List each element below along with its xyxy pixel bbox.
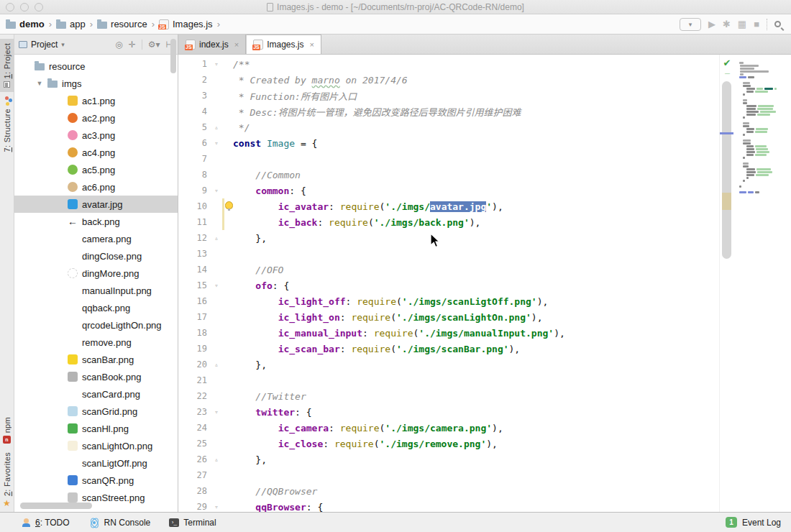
line-number: 12: [178, 233, 211, 243]
tree-item-ac2-png[interactable]: ac2.png: [14, 109, 178, 127]
structure-stripe-icon: [5, 96, 9, 100]
tree-item-qqback-png[interactable]: qqback.png: [14, 299, 178, 316]
gutter-marker-column: [221, 309, 233, 325]
image-thumbnail-icon: [68, 475, 78, 485]
minimap-row: [739, 128, 788, 130]
tree-item-camera-png[interactable]: camera.png: [14, 230, 178, 247]
tree-item-scanBook-png[interactable]: scanBook.png: [14, 368, 178, 385]
line-number: 18: [178, 328, 211, 338]
stripe-item-structure[interactable]: 7: Structure: [0, 92, 14, 156]
tree-item-scanBar-png[interactable]: scanBar.png: [14, 351, 178, 368]
statusbar-item-rn-console[interactable]: RN Console: [88, 517, 151, 528]
tree-expand-arrow-icon[interactable]: ▼: [36, 80, 43, 87]
editor-tab-Images-js[interactable]: Images.js×: [246, 35, 321, 54]
stripe-item-npm[interactable]: npmn: [0, 413, 14, 448]
minimap-segment: [743, 85, 751, 87]
tree-item-imgs[interactable]: ▼imgs: [14, 75, 178, 92]
breadcrumb-item[interactable]: resource: [97, 19, 147, 29]
breadcrumb-item[interactable]: Images.js: [159, 19, 213, 29]
fold-open-icon[interactable]: ▿: [211, 503, 221, 510]
stop-icon[interactable]: ■: [754, 19, 759, 29]
tree-horizontal-scrollbar[interactable]: [20, 503, 92, 509]
tree-item-ac6-png[interactable]: ac6.png: [14, 178, 178, 196]
tree-item-remove-png[interactable]: remove.png: [14, 334, 178, 351]
gutter-marker-column: [221, 119, 233, 135]
collapse-all-icon[interactable]: ✛: [129, 40, 136, 50]
tab-close-icon[interactable]: ×: [309, 40, 314, 49]
fold-close-icon[interactable]: ▵: [211, 456, 221, 463]
fold-open-icon[interactable]: ▿: [211, 187, 221, 194]
tree-item-ac3-png[interactable]: ac3.png: [14, 127, 178, 144]
react-icon: [88, 517, 100, 528]
stripe-item-project[interactable]: 1: Project: [0, 39, 14, 92]
event-log-widget[interactable]: 1 Event Log: [726, 517, 781, 528]
inspections-ok-icon[interactable]: ✔﹏: [721, 59, 733, 76]
gutter-marker-column: [221, 499, 233, 512]
search-everywhere-icon[interactable]: [774, 21, 781, 27]
fold-open-icon[interactable]: ▿: [211, 282, 221, 289]
fold-close-icon[interactable]: ▵: [211, 234, 221, 242]
debug-icon[interactable]: ✱: [723, 19, 731, 29]
tree-item-ac5-png[interactable]: ac5.png: [14, 161, 178, 178]
image-thumbnail-icon: [68, 492, 78, 503]
settings-gear-icon[interactable]: ⚙▾: [148, 40, 160, 50]
statusbar-item-terminal[interactable]: ›_Terminal: [169, 518, 216, 528]
locate-icon[interactable]: ◎: [115, 40, 122, 50]
code-text: //Twitter: [233, 391, 306, 402]
tree-vertical-scrollbar[interactable]: [170, 39, 176, 73]
tree-item-scanLigtOff-png[interactable]: scanLigtOff.png: [14, 454, 178, 472]
code-text: ic_close: require('./imgs/remove.png'),: [233, 439, 498, 449]
gutter-marker-column: [221, 151, 233, 167]
tree-item-label: scanHl.png: [82, 423, 129, 434]
tree-item-qrcodeLigthOn-png[interactable]: qrcodeLigthOn.png: [14, 316, 178, 334]
fold-open-icon[interactable]: ▿: [211, 60, 221, 68]
tree-item-manualInput-png[interactable]: manualInput.png: [14, 282, 178, 299]
intention-bulb-icon[interactable]: [225, 201, 233, 209]
tree-item-ac4-png[interactable]: ac4.png: [14, 144, 178, 161]
tree-item-scanQR-png[interactable]: scanQR.png: [14, 472, 178, 489]
minimap-row: [739, 177, 788, 179]
tree-item-label: camera.png: [82, 234, 132, 244]
window-title: Images.js - demo - [~/Documents/rn-proj/…: [277, 2, 524, 12]
editor-tab-index-js[interactable]: index.js×: [178, 35, 246, 54]
minimap-segment: [743, 142, 751, 145]
tree-item-dingClose-png[interactable]: dingClose.png: [14, 247, 178, 265]
editor-line: 12▵ },: [178, 230, 719, 246]
fold-open-icon[interactable]: ▿: [211, 408, 221, 416]
folder-icon: [97, 22, 107, 29]
code-text: twitter: {: [233, 407, 312, 418]
titlebar: Images.js - demo - [~/Documents/rn-proj/…: [0, 0, 791, 14]
fold-open-icon[interactable]: ▿: [211, 139, 221, 147]
folder-icon: [47, 81, 58, 88]
tree-item-scanLightOn-png[interactable]: scanLightOn.png: [14, 437, 178, 454]
code-pane[interactable]: 1▿/**2 * Created by marno on 2017/4/63 *…: [178, 55, 719, 512]
minimap-segment: [743, 125, 749, 127]
breadcrumb-item[interactable]: demo: [6, 19, 45, 29]
code-minimap[interactable]: [733, 55, 791, 512]
run-icon[interactable]: ▶: [708, 19, 715, 29]
project-panel-title[interactable]: Project: [31, 40, 58, 50]
tree-item-avatar-jpg[interactable]: avatar.jpg: [14, 196, 178, 213]
tree-item-resource[interactable]: resource: [14, 58, 178, 75]
stripe-item-label: 7: Structure: [3, 109, 12, 152]
minimap-row: [739, 93, 788, 96]
fold-close-icon[interactable]: ▵: [211, 124, 221, 131]
tree-item-dingMore-png[interactable]: dingMore.png: [14, 265, 178, 282]
breadcrumb-item[interactable]: app: [56, 19, 86, 29]
editor-scrollbar-thumb[interactable]: [722, 81, 731, 259]
run-config-selector[interactable]: ▾: [680, 18, 701, 31]
chevron-down-icon[interactable]: ▾: [61, 41, 65, 48]
editor-line: 21: [178, 372, 719, 388]
coverage-icon[interactable]: ▦: [738, 19, 746, 29]
tree-item-back-png[interactable]: ←back.png: [14, 213, 178, 230]
fold-close-icon[interactable]: ▵: [211, 361, 221, 368]
minimap-segment: [760, 111, 776, 113]
tree-item-ac1-png[interactable]: ac1.png: [14, 92, 178, 109]
tab-close-icon[interactable]: ×: [234, 40, 239, 49]
statusbar-item-todo[interactable]: 6: TODO: [22, 518, 70, 528]
tree-item-scanHl-png[interactable]: scanHl.png: [14, 420, 178, 437]
tab-label: Images.js: [267, 40, 303, 50]
stripe-item-favorites[interactable]: 2: Favorites★: [0, 448, 14, 512]
tree-item-scanCard-png[interactable]: scanCard.png: [14, 385, 178, 403]
tree-item-scanGrid-png[interactable]: scanGrid.png: [14, 403, 178, 420]
